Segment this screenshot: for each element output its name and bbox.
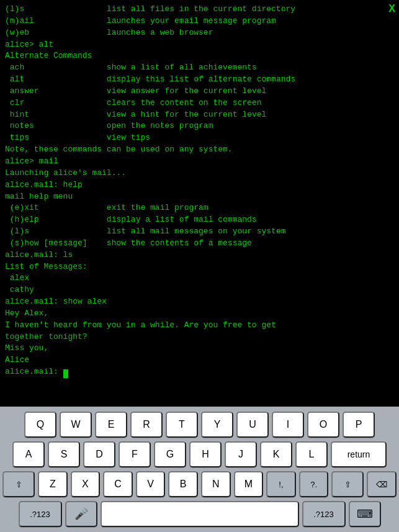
key-g[interactable]: G — [154, 441, 186, 467]
key-u[interactable]: U — [236, 412, 269, 438]
shift-key-right[interactable]: ⇧ — [331, 471, 364, 497]
key-n[interactable]: N — [201, 471, 231, 497]
terminal-output: (l)s list all files in the current direc… — [5, 4, 394, 378]
keyboard-row-3: ⇧ZXCVBNM!,?.⇧⌫ — [2, 471, 397, 497]
key-p[interactable]: P — [343, 412, 375, 438]
mic-button[interactable]: 🎤 — [65, 501, 97, 527]
space-key[interactable] — [101, 501, 299, 527]
key-question[interactable]: ?. — [299, 471, 329, 497]
close-button[interactable]: X — [388, 2, 395, 15]
delete-key[interactable]: ⌫ — [367, 471, 397, 497]
key-b[interactable]: B — [168, 471, 198, 497]
key-exclamation[interactable]: !, — [266, 471, 296, 497]
key-w[interactable]: W — [60, 412, 92, 438]
key-q[interactable]: Q — [24, 412, 56, 438]
key-d[interactable]: D — [83, 441, 115, 467]
key-x[interactable]: X — [71, 471, 101, 497]
nums-button-left[interactable]: .?123 — [19, 501, 62, 527]
key-e[interactable]: E — [95, 412, 127, 438]
shift-key-left[interactable]: ⇧ — [2, 471, 35, 497]
keyboard-row-2: ASDFGHJKLreturn — [2, 441, 397, 467]
key-m[interactable]: M — [234, 471, 264, 497]
nums-button-right[interactable]: .?123 — [302, 501, 346, 527]
key-v[interactable]: V — [136, 471, 166, 497]
terminal-cursor — [63, 369, 68, 378]
keyboard-bottom-row: .?123🎤.?123⌨ — [2, 501, 397, 527]
keyboard-row-1: QWERTYUIOP — [2, 412, 397, 438]
key-i[interactable]: I — [272, 412, 304, 438]
key-t[interactable]: T — [166, 412, 198, 438]
keyboard-hide-button[interactable]: ⌨ — [349, 501, 381, 527]
key-k[interactable]: K — [260, 441, 292, 467]
key-f[interactable]: F — [119, 441, 151, 467]
key-a[interactable]: A — [12, 441, 45, 467]
keyboard[interactable]: QWERTYUIOP ASDFGHJKLreturn ⇧ZXCVBNM!,?.⇧… — [0, 407, 399, 532]
terminal: X (l)s list all files in the current dir… — [0, 0, 399, 400]
key-s[interactable]: S — [48, 441, 80, 467]
key-y[interactable]: Y — [201, 412, 233, 438]
key-r[interactable]: R — [130, 412, 163, 438]
key-j[interactable]: J — [225, 441, 257, 467]
key-h[interactable]: H — [189, 441, 222, 467]
key-c[interactable]: C — [103, 471, 133, 497]
key-z[interactable]: Z — [38, 471, 68, 497]
key-l[interactable]: L — [295, 441, 328, 467]
key-o[interactable]: O — [307, 412, 339, 438]
return-key[interactable]: return — [331, 441, 387, 467]
